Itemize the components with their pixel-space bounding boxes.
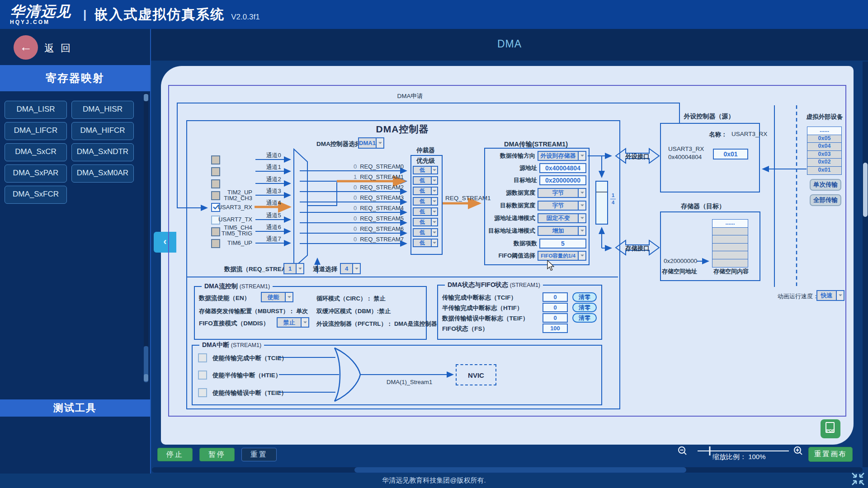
- dma-request-label: DMA申请: [390, 92, 430, 100]
- transfer-row-dest-width: 目标数据宽度 字节: [486, 200, 586, 211]
- channel3-request-label: TIM2_UP TIM2_CH3: [212, 189, 252, 201]
- device-cell: 0x03: [807, 150, 842, 159]
- dma-controller-title: DMA控制器: [186, 123, 618, 136]
- sidebar-scrollbar-up[interactable]: [144, 94, 148, 101]
- priority-dropdown-5[interactable]: 低: [413, 218, 438, 226]
- chevron-down-icon: [431, 188, 437, 194]
- sidebar-scrollbar[interactable]: [144, 93, 148, 382]
- register-button-dma-lisr[interactable]: DMA_LISR: [5, 101, 67, 119]
- htie-checkbox[interactable]: [198, 371, 207, 380]
- tcie-checkbox[interactable]: [198, 353, 207, 362]
- register-button-dma-sxndtr[interactable]: DMA_SxNDTR: [71, 143, 134, 161]
- register-button-dma-sxm0ar[interactable]: DMA_SxM0AR: [71, 164, 134, 183]
- dmdis-dropdown[interactable]: 禁止: [277, 317, 309, 328]
- source-address-field[interactable]: 0x40004804: [539, 163, 586, 173]
- transfer-all-button[interactable]: 全部传输: [810, 194, 841, 206]
- htif-clear-button[interactable]: 清零: [572, 303, 597, 312]
- memory-cell: ......: [712, 219, 748, 228]
- interrupt-panel-title: DMA中断 (STREAM1): [199, 341, 264, 349]
- chevron-down-icon: [431, 208, 437, 215]
- channel-name-3: 通道3: [259, 187, 288, 195]
- sidebar-section-register-map[interactable]: 寄存器映射: [0, 65, 150, 91]
- stream-label-4: 0REQ_STREAM4: [300, 205, 404, 211]
- dest-address-field[interactable]: 0x20000000: [539, 175, 586, 185]
- tcif-clear-button[interactable]: 清零: [572, 292, 597, 302]
- collapse-corners-icon[interactable]: [851, 472, 865, 486]
- channel-name-0: 通道0: [259, 151, 288, 160]
- horizontal-scrollbar[interactable]: [152, 467, 863, 473]
- en-label: 数据流使能（EN）: [199, 294, 250, 302]
- dest-width-dropdown[interactable]: 字节: [538, 201, 586, 211]
- memory-addr-label: 存储空间地址: [662, 267, 697, 276]
- priority-dropdown-1[interactable]: 低: [413, 176, 438, 185]
- stop-button[interactable]: 停止: [157, 448, 193, 461]
- register-button-dma-hisr[interactable]: DMA_HISR: [71, 101, 134, 119]
- chevron-down-icon: [578, 202, 585, 210]
- controller-select-dropdown[interactable]: DMA1: [358, 137, 384, 149]
- sidebar: ← 返 回 寄存器映射 DMA_LISR DMA_HISR DMA_LIFCR …: [0, 29, 151, 474]
- chevron-down-icon: [578, 252, 585, 260]
- nvic-box: NVIC: [456, 364, 496, 385]
- register-button-dma-sxpar[interactable]: DMA_SxPAR: [5, 164, 67, 183]
- register-button-dma-sxcr[interactable]: DMA_SxCR: [5, 143, 67, 161]
- fifo-level-divider: [596, 192, 607, 192]
- back-arrow-icon: ←: [19, 40, 32, 54]
- transfer-row-source-addr: 源地址 0x40004804: [486, 163, 586, 174]
- transfer-direction-dropdown[interactable]: 外设到存储器: [538, 151, 586, 161]
- teif-clear-button[interactable]: 清零: [572, 313, 597, 323]
- memory-address-value: 0x20000000: [664, 258, 697, 264]
- single-transfer-button[interactable]: 单次传输: [810, 179, 841, 191]
- transfer-row-direction: 数据传输方向 外设到存储器: [486, 150, 586, 161]
- vertical-scrollbar[interactable]: [863, 61, 868, 467]
- pause-button[interactable]: 暂停: [199, 448, 235, 461]
- back-button[interactable]: ←: [14, 35, 38, 60]
- chevron-down-icon: [578, 227, 585, 235]
- en-dropdown[interactable]: 使能: [261, 292, 293, 302]
- vertical-scrollbar-thumb[interactable]: [863, 163, 868, 217]
- source-inc-mode-dropdown[interactable]: 固定不变: [538, 213, 586, 223]
- channel1-checkbox[interactable]: [211, 167, 220, 176]
- anim-speed-dropdown[interactable]: 快速: [816, 290, 844, 301]
- channel4-request-label: USART3_RX: [212, 204, 252, 211]
- memory-content-label: 存储空间内容: [713, 267, 749, 276]
- htie-label: 使能半传输中断（HTIE）: [212, 371, 281, 380]
- channel-name-2: 通道2: [259, 175, 288, 183]
- peripheral-data-field[interactable]: 0x01: [713, 149, 748, 160]
- peripheral-box-title: 外设控制器（源）: [660, 113, 758, 121]
- priority-dropdown-4[interactable]: 低: [413, 207, 438, 216]
- stream-label-6: 0REQ_STREAM6: [300, 225, 404, 232]
- register-button-dma-lifcr[interactable]: DMA_LIFCR: [5, 122, 67, 140]
- pfctrl-label: 外设流控制器（PFCTRL）： DMA是流控制器: [316, 320, 437, 328]
- channel-select-dropdown[interactable]: 4: [340, 263, 361, 274]
- chevron-down-icon: [431, 229, 437, 236]
- priority-dropdown-6[interactable]: 低: [413, 228, 438, 237]
- priority-dropdown-2[interactable]: 低: [413, 187, 438, 195]
- controller-select-label: DMA控制器选择: [316, 140, 361, 148]
- memory-cell: [712, 235, 748, 244]
- priority-dropdown-0[interactable]: 低: [413, 166, 438, 174]
- register-button-dma-sxfcr[interactable]: DMA_SxFCR: [5, 186, 67, 204]
- sidebar-section-test-tools[interactable]: 测试工具: [0, 399, 150, 417]
- data-count-field[interactable]: 5: [539, 239, 586, 249]
- channel0-checkbox[interactable]: [211, 155, 220, 164]
- source-width-dropdown[interactable]: 字节: [538, 188, 586, 198]
- chevron-down-icon: [578, 214, 585, 222]
- dest-inc-mode-dropdown[interactable]: 增加: [538, 226, 586, 236]
- teie-checkbox[interactable]: [198, 388, 207, 397]
- stream-select-dropdown[interactable]: 1: [283, 263, 304, 274]
- teif-value: 0: [542, 313, 568, 323]
- pdf-export-button[interactable]: PDF: [821, 419, 840, 438]
- mburst-label: 存储器突发传输配置（MBURST）： 单次: [199, 307, 308, 315]
- sidebar-scrollbar-down[interactable]: [144, 374, 148, 381]
- stream-label-2: 0REQ_STREAM2: [300, 184, 404, 191]
- pdf-icon-label: PDF: [821, 428, 840, 433]
- priority-dropdown-3[interactable]: 低: [413, 197, 438, 206]
- reset-canvas-button[interactable]: 重置画布: [808, 447, 853, 462]
- reset-button[interactable]: 重置: [241, 448, 277, 461]
- fifo-threshold-dropdown[interactable]: FIFO容量的1/4: [538, 251, 586, 261]
- channel2-checkbox[interactable]: [211, 179, 220, 188]
- chevron-down-icon: [578, 152, 585, 160]
- horizontal-scrollbar-thumb[interactable]: [354, 467, 686, 473]
- priority-dropdown-7[interactable]: 低: [413, 239, 438, 247]
- register-button-dma-hifcr[interactable]: DMA_HIFCR: [71, 122, 134, 140]
